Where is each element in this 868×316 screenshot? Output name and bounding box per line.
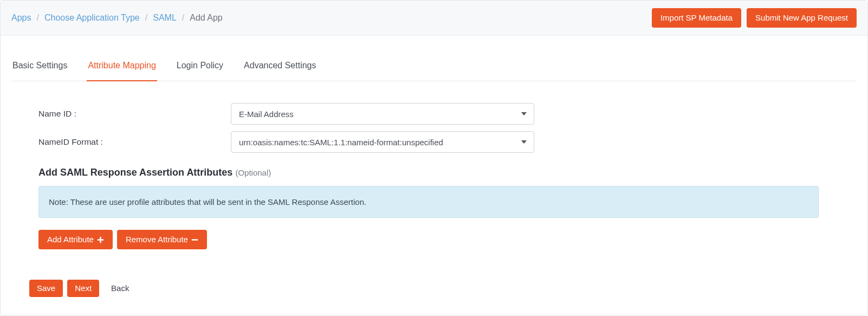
section-optional-label: (Optional) (235, 168, 271, 177)
breadcrumb-saml[interactable]: SAML (153, 13, 177, 23)
remove-attribute-button[interactable]: Remove Attribute (117, 230, 207, 249)
nameid-format-select[interactable]: urn:oasis:names:tc:SAML:1.1:nameid-forma… (231, 131, 534, 153)
breadcrumb-choose-app-type[interactable]: Choose Application Type (44, 13, 140, 23)
breadcrumb-separator: / (182, 13, 184, 23)
remove-attribute-label: Remove Attribute (126, 235, 188, 244)
breadcrumb-separator: / (145, 13, 147, 23)
form-row-name-id: Name ID : E-Mail Address (38, 103, 819, 125)
tabs-container: Basic Settings Attribute Mapping Login P… (1, 52, 867, 81)
attribute-buttons: Add Attribute Remove Attribute (38, 230, 819, 249)
breadcrumb-current: Add App (190, 13, 223, 23)
minus-icon (191, 236, 198, 243)
header-actions: Import SP Metadata Submit New App Reques… (652, 8, 857, 28)
tab-login-policy[interactable]: Login Policy (176, 52, 224, 81)
svg-rect-1 (98, 239, 103, 240)
nameid-format-select-wrap: urn:oasis:names:tc:SAML:1.1:nameid-forma… (231, 131, 534, 153)
tabs: Basic Settings Attribute Mapping Login P… (11, 52, 857, 81)
breadcrumb: Apps / Choose Application Type / SAML / … (11, 13, 223, 23)
note-box: Note: These are user profile attributes … (38, 186, 819, 218)
breadcrumb-separator: / (36, 13, 38, 23)
breadcrumb-apps[interactable]: Apps (11, 13, 31, 23)
app-window: Apps / Choose Application Type / SAML / … (0, 0, 868, 316)
form-container: Name ID : E-Mail Address NameID Format :… (11, 103, 857, 297)
tab-attribute-mapping[interactable]: Attribute Mapping (87, 52, 157, 81)
section-title-text: Add SAML Response Assertion Attributes (38, 167, 232, 178)
add-attribute-label: Add Attribute (47, 235, 94, 244)
tab-advanced-settings[interactable]: Advanced Settings (243, 52, 317, 81)
add-attribute-button[interactable]: Add Attribute (38, 230, 113, 249)
tab-content: Name ID : E-Mail Address NameID Format :… (1, 81, 867, 313)
submit-new-app-request-button[interactable]: Submit New App Request (747, 8, 857, 28)
back-button[interactable]: Back (103, 280, 137, 297)
header-bar: Apps / Choose Application Type / SAML / … (1, 1, 867, 36)
svg-rect-2 (192, 239, 198, 240)
tab-basic-settings[interactable]: Basic Settings (11, 52, 68, 81)
name-id-select[interactable]: E-Mail Address (231, 103, 534, 125)
save-button[interactable]: Save (29, 280, 63, 297)
next-button[interactable]: Next (67, 280, 99, 297)
section-title: Add SAML Response Assertion Attributes (… (38, 167, 819, 178)
plus-icon (97, 236, 104, 243)
name-id-label: Name ID : (38, 109, 231, 119)
footer-buttons: Save Next Back (29, 280, 819, 297)
form-row-nameid-format: NameID Format : urn:oasis:names:tc:SAML:… (38, 131, 819, 153)
name-id-select-wrap: E-Mail Address (231, 103, 534, 125)
import-sp-metadata-button[interactable]: Import SP Metadata (652, 8, 741, 28)
nameid-format-label: NameID Format : (38, 137, 231, 147)
